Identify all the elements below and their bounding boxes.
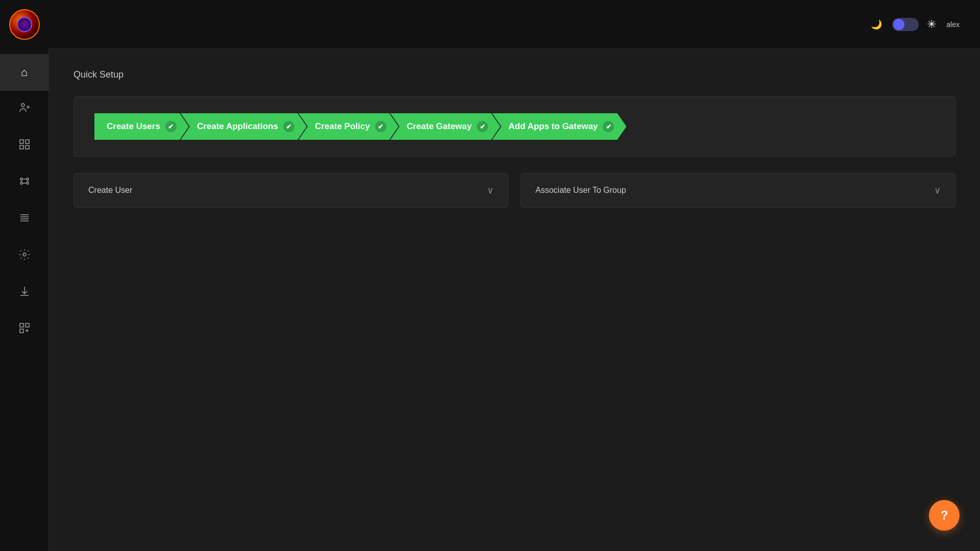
sidebar-item-grid[interactable] [0,128,49,164]
accordion-row: Create User ∨ Associate User To Group ∨ [74,173,955,208]
svg-point-0 [21,104,24,107]
add-grid-icon [18,322,31,337]
step-create-gateway-label: Create Gateway [407,121,472,132]
step-create-users-check: ✔ [165,121,177,132]
step-create-gateway[interactable]: Create Gateway ✔ [390,113,501,140]
theme-toggle[interactable] [892,18,919,31]
steps-container: Create Users ✔ Create Applications ✔ Cre… [74,96,955,157]
step-add-apps-to-gateway[interactable]: Add Apps to Gateway ✔ [492,113,626,140]
settings-icon [18,248,31,264]
moon-icon: 🌙 [871,19,882,30]
snowflake-icon: ✳ [927,18,936,31]
svg-point-19 [23,253,26,256]
svg-point-9 [20,182,22,184]
sidebar-item-download[interactable] [0,274,49,311]
download-icon [18,285,31,300]
step-create-policy[interactable]: Create Policy ✔ [299,113,399,140]
grid-icon [18,138,31,154]
chevron-down-icon-associate-user: ∨ [934,185,941,196]
step-add-apps-label: Add Apps to Gateway [508,121,598,132]
content-area: Quick Setup Create Users ✔ Create Applic… [49,49,980,551]
step-add-apps-check: ✔ [603,121,614,132]
users-icon [18,102,31,117]
sidebar-logo [0,0,49,49]
accordion-panel-associate-user: Associate User To Group ∨ [521,173,955,208]
toggle-knob [893,19,904,30]
sidebar-item-users[interactable] [0,91,49,128]
svg-point-7 [20,178,22,180]
logo-icon [9,9,40,40]
svg-rect-6 [26,145,29,149]
sidebar: ⌂ [0,0,49,551]
topbar: 🌙 ✳ alex [49,0,980,49]
sidebar-item-settings[interactable] [0,238,49,274]
sidebar-item-add-grid[interactable] [0,311,49,348]
accordion-title-create-user: Create User [88,186,132,195]
svg-rect-20 [20,323,23,327]
step-create-gateway-check: ✔ [477,121,488,132]
list-icon [18,212,31,227]
accordion-title-associate-user: Associate User To Group [535,186,626,195]
logo-inner-circle [17,17,32,32]
svg-point-10 [27,182,29,184]
svg-rect-5 [20,145,23,149]
sidebar-nav: ⌂ [0,49,48,551]
svg-rect-21 [26,323,29,327]
step-create-applications-label: Create Applications [197,121,278,132]
svg-rect-4 [26,140,29,143]
svg-point-8 [27,178,29,180]
sidebar-item-home[interactable]: ⌂ [0,54,49,91]
user-label: alex [946,20,960,29]
chevron-down-icon-create-user: ∨ [487,185,494,196]
step-create-applications[interactable]: Create Applications ✔ [181,113,307,140]
home-icon: ⌂ [21,66,28,79]
main-area: 🌙 ✳ alex Quick Setup Create Users ✔ Crea… [49,0,980,551]
accordion-header-create-user[interactable]: Create User ∨ [74,173,508,207]
step-create-applications-check: ✔ [283,121,295,132]
step-create-users-label: Create Users [107,121,160,132]
step-create-policy-check: ✔ [375,121,386,132]
page-title: Quick Setup [74,69,955,80]
accordion-header-associate-user[interactable]: Associate User To Group ∨ [521,173,955,207]
help-button[interactable]: ? [929,500,960,531]
step-create-policy-label: Create Policy [315,121,370,132]
accordion-panel-create-user: Create User ∨ [74,173,508,208]
svg-rect-3 [20,140,23,143]
svg-rect-22 [20,329,23,333]
connections-icon [18,175,31,190]
step-create-users[interactable]: Create Users ✔ [94,113,189,140]
sidebar-item-list[interactable] [0,201,49,238]
sidebar-item-connections[interactable] [0,164,49,201]
